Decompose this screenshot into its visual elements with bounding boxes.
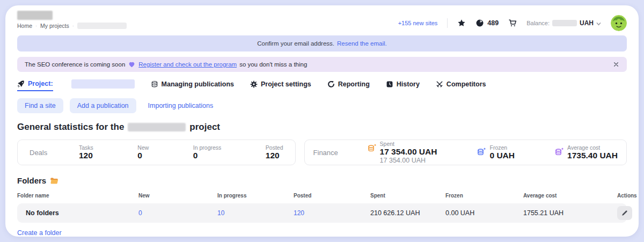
deals-tasks: Tasks 120 xyxy=(79,144,93,160)
stat-cards: Deals Tasks 120 New 0 In progress 0 Post… xyxy=(17,140,627,165)
folders-table-header: Folder name New In progress Posted Spent… xyxy=(17,193,627,199)
avatar[interactable] xyxy=(611,15,627,31)
stat-value: 0 xyxy=(137,151,149,160)
coins-count: 489 xyxy=(487,19,499,27)
in-progress-count-link[interactable]: 10 xyxy=(217,209,294,217)
action-buttons: Find a site Add a publication Importing … xyxy=(17,98,627,113)
page-title: General statistics for the project xyxy=(17,122,627,133)
page-title-project-redacted xyxy=(128,123,186,131)
finance-card-title: Finance xyxy=(313,149,367,157)
column-in-progress: In progress xyxy=(217,193,294,199)
stat-label: In progress xyxy=(193,144,222,151)
stat-value: 1735.40 UAH xyxy=(567,151,618,160)
breadcrumb-separator: · xyxy=(35,23,37,28)
conference-register-link[interactable]: Register and check out the program xyxy=(138,61,237,68)
breadcrumb-project-redacted xyxy=(77,23,127,29)
breadcrumb-home[interactable]: Home xyxy=(17,23,32,29)
gear-icon xyxy=(250,80,258,88)
coins-stack-icon xyxy=(367,144,376,153)
stat-label: Average cost xyxy=(567,144,618,151)
stat-label: New xyxy=(137,144,149,151)
tab-managing-publications[interactable]: Managing publications xyxy=(151,80,234,91)
deals-posted: Posted 120 xyxy=(266,144,283,160)
cart-icon[interactable] xyxy=(508,19,517,27)
new-sites-link[interactable]: +155 new sites xyxy=(398,20,438,26)
coins-stack-icon xyxy=(477,148,486,157)
tab-project-settings-label: Project settings xyxy=(261,80,311,88)
breadcrumb: Home · My projects · xyxy=(17,23,127,29)
stack-icon xyxy=(151,80,158,88)
tab-history[interactable]: History xyxy=(386,80,420,91)
add-publication-button[interactable]: Add a publication xyxy=(70,98,136,113)
stat-label: Tasks xyxy=(79,144,93,151)
coins-balance[interactable]: 489 xyxy=(475,19,499,27)
average-cost-cell: 1755.21 UAH xyxy=(523,209,617,217)
divider xyxy=(447,18,448,28)
stat-value: 0 UAH xyxy=(489,151,515,160)
star-icon[interactable] xyxy=(457,19,466,27)
tab-managing-publications-label: Managing publications xyxy=(162,80,234,88)
stat-label: Frozen xyxy=(489,144,515,151)
tab-reporting-label: Reporting xyxy=(338,80,370,88)
project-tabs: Project: Managing publications Project s… xyxy=(17,79,627,91)
resend-email-link[interactable]: Resend the email. xyxy=(337,40,387,47)
tab-reporting[interactable]: Reporting xyxy=(327,80,370,91)
column-average-cost: Average cost xyxy=(523,193,617,199)
page-title-before: General statistics for the xyxy=(17,122,124,133)
column-new: New xyxy=(138,193,217,199)
column-actions: Actions xyxy=(617,193,639,199)
tab-competitors[interactable]: Competitors xyxy=(436,80,486,91)
logo-redacted xyxy=(17,11,53,20)
find-site-button[interactable]: Find a site xyxy=(17,98,63,113)
stat-label: Spent xyxy=(380,141,437,147)
edit-button[interactable] xyxy=(617,206,632,220)
finance-frozen: Frozen 0 UAH xyxy=(477,144,515,160)
rocket-icon xyxy=(17,80,25,87)
folder-name-cell: No folders xyxy=(26,209,138,217)
history-icon xyxy=(386,80,393,88)
main-card: Home · My projects · +155 new sites 489 xyxy=(5,5,639,237)
brand-block: Home · My projects · xyxy=(17,11,127,29)
tab-project-label: Project: xyxy=(28,80,53,87)
deals-in-progress: In progress 0 xyxy=(193,144,222,160)
new-count-link[interactable]: 0 xyxy=(138,209,217,217)
tab-project[interactable]: Project: xyxy=(17,80,53,91)
finance-card: Finance Spent 17 354.00 UAH 17 354.00 UA… xyxy=(304,140,627,165)
top-bar: Home · My projects · +155 new sites 489 xyxy=(12,10,632,31)
folder-icon xyxy=(50,177,58,185)
stat-value: 0 xyxy=(193,151,222,160)
close-icon[interactable] xyxy=(612,60,620,69)
importing-publications-button[interactable]: Importing publications xyxy=(143,98,219,113)
table-row: No folders 0 10 120 210 626.12 UAH 0.00 … xyxy=(17,203,627,223)
email-confirm-text: Confirm your email address. xyxy=(257,40,334,47)
balance-label: Balance: xyxy=(526,20,550,26)
tab-competitors-label: Competitors xyxy=(447,80,486,88)
email-confirm-banner: Confirm your email address. Resend the e… xyxy=(17,35,627,52)
coins-icon xyxy=(475,19,484,27)
folders-heading: Folders xyxy=(17,176,627,185)
column-posted: Posted xyxy=(294,193,370,199)
stat-value: 120 xyxy=(266,151,283,160)
finance-average-cost: Average cost 1735.40 UAH xyxy=(554,144,618,160)
stat-label: Posted xyxy=(266,144,283,151)
posted-count-link[interactable]: 120 xyxy=(294,209,370,217)
stat-value: 17 354.00 UAH xyxy=(380,147,437,157)
project-name-redacted xyxy=(71,79,135,89)
finance-spent: Spent 17 354.00 UAH 17 354.00 UAH xyxy=(367,141,437,164)
deals-new: New 0 xyxy=(137,144,149,160)
coins-stack-icon xyxy=(554,148,564,157)
balance-amount-redacted xyxy=(552,20,577,26)
column-frozen: Frozen xyxy=(445,193,523,199)
balance-currency: UAH xyxy=(580,19,594,27)
spent-cell: 210 626.12 UAH xyxy=(370,209,445,217)
conference-banner: The SEO conference is coming soon Regist… xyxy=(17,57,627,72)
create-folder-link[interactable]: Create a folder xyxy=(17,229,62,237)
breadcrumb-my-projects[interactable]: My projects xyxy=(40,23,69,29)
balance-widget[interactable]: Balance: UAH xyxy=(526,19,601,27)
column-folder-name: Folder name xyxy=(17,193,138,199)
chevron-down-icon xyxy=(596,21,601,26)
tab-history-label: History xyxy=(397,80,420,88)
tab-project-settings[interactable]: Project settings xyxy=(250,80,311,91)
top-right-menu: +155 new sites 489 Balance: UAH xyxy=(398,15,627,31)
column-spent: Spent xyxy=(370,193,445,199)
